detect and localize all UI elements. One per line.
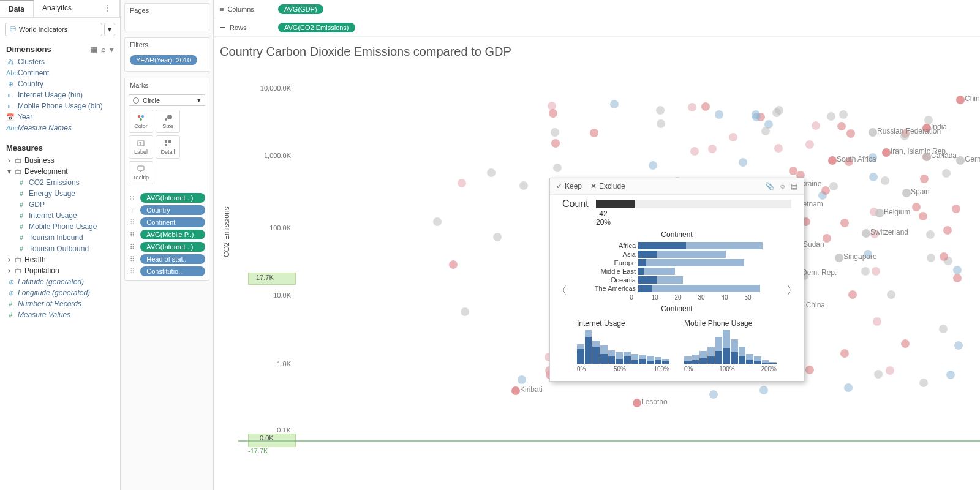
measure-co2-emissions[interactable]: #CO2 Emissions (4, 177, 116, 188)
data-point[interactable] (837, 122, 846, 130)
continent-bar[interactable] (638, 251, 771, 258)
data-point[interactable] (761, 127, 770, 135)
marks-pill[interactable]: AVG(Internet ..) (140, 242, 205, 252)
marks-pill[interactable]: Country (140, 205, 205, 215)
data-point[interactable] (449, 260, 458, 269)
data-point[interactable] (701, 102, 710, 111)
hist-bar[interactable] (699, 351, 707, 364)
data-point[interactable] (821, 186, 830, 195)
hist-bar[interactable] (631, 354, 639, 364)
keep-button[interactable]: ✓Keep (556, 182, 582, 190)
data-point[interactable] (886, 366, 894, 375)
dimension-measure-names[interactable]: AbcMeasure Names (4, 123, 116, 134)
dimension-continent[interactable]: AbcContinent (4, 67, 116, 78)
data-point[interactable] (912, 203, 921, 211)
data-point[interactable] (953, 266, 962, 274)
dimension-mobile-phone-usage-bin-[interactable]: ⫾.Mobile Phone Usage (bin) (4, 100, 116, 111)
continent-bar[interactable] (638, 268, 771, 275)
data-point[interactable] (551, 128, 559, 137)
data-point[interactable] (709, 390, 718, 399)
data-point[interactable] (926, 230, 935, 239)
data-point[interactable] (715, 110, 723, 119)
data-point[interactable] (840, 349, 849, 358)
hist-bar[interactable] (762, 360, 769, 364)
data-point[interactable] (943, 226, 952, 235)
tab-data[interactable]: Data (0, 0, 34, 17)
measure-longitude-generated-[interactable]: ⊕Longitude (generated) (4, 287, 116, 298)
marks-pill[interactable]: Constitutio.. (140, 266, 205, 276)
hist-bar[interactable] (577, 344, 584, 364)
data-point-labeled[interactable] (511, 386, 520, 395)
hist-bar[interactable] (769, 362, 777, 364)
datasource-dropdown[interactable]: ▾ (104, 23, 115, 36)
hist-bar[interactable] (639, 355, 646, 364)
data-point[interactable] (887, 290, 895, 299)
data-point[interactable] (869, 173, 878, 181)
tab-menu-icon[interactable]: ⋮ (104, 4, 111, 12)
measure-mobile-phone-usage[interactable]: #Mobile Phone Usage (4, 221, 116, 232)
marks-label-button[interactable]: TLabel (129, 135, 153, 159)
data-point-labeled[interactable] (922, 153, 931, 161)
marks-pill[interactable]: Head of stat.. (140, 254, 205, 264)
data-point[interactable] (518, 375, 526, 384)
hist-bar[interactable] (723, 330, 730, 364)
measure-gdp[interactable]: #GDP (4, 199, 116, 210)
data-point[interactable] (760, 386, 768, 394)
data-point[interactable] (739, 158, 747, 167)
marks-tooltip-button[interactable]: Tooltip (129, 161, 153, 184)
rows-pill[interactable]: AVG(CO2 Emissions) (278, 23, 355, 32)
tab-analytics[interactable]: Analytics⋮ (34, 0, 120, 17)
hist-bar[interactable] (692, 355, 699, 364)
data-point[interactable] (874, 370, 883, 379)
marks-color-button[interactable]: Color (129, 110, 153, 133)
prev-arrow[interactable]: 〈 (552, 279, 571, 301)
data-point[interactable] (649, 161, 657, 170)
hist-bar[interactable] (684, 356, 692, 364)
data-point[interactable] (551, 139, 560, 148)
data-point[interactable] (942, 169, 951, 178)
section-menu-icon[interactable]: ▾ (110, 45, 114, 54)
marks-pill[interactable]: AVG(Internet ..) (140, 193, 205, 203)
data-point[interactable] (848, 290, 857, 299)
data-point[interactable] (901, 339, 910, 348)
data-point[interactable] (872, 267, 880, 276)
data-point-labeled[interactable] (869, 128, 877, 137)
hist-bar[interactable] (585, 330, 592, 364)
marks-pill[interactable]: AVG(Mobile P..) (140, 230, 205, 239)
data-point-labeled[interactable] (956, 156, 965, 165)
data-point[interactable] (461, 307, 469, 316)
data-point[interactable] (844, 383, 853, 392)
data-point[interactable] (839, 110, 848, 119)
data-point-labeled[interactable] (828, 156, 837, 165)
hist-bar[interactable] (624, 352, 631, 364)
marks-pill[interactable]: Continent (140, 217, 205, 227)
group-icon[interactable]: ⌾ (780, 182, 785, 190)
dimension-country[interactable]: ⊕Country (4, 78, 116, 89)
data-point[interactable] (861, 267, 870, 276)
data-point[interactable] (519, 181, 528, 190)
data-point[interactable] (553, 164, 562, 172)
data-point[interactable] (458, 179, 466, 187)
measure-energy-usage[interactable]: #Energy Usage (4, 188, 116, 199)
measure-latitude-generated-[interactable]: ⊕Latitude (generated) (4, 276, 116, 287)
datasource-select[interactable]: World Indicators (5, 23, 102, 36)
continent-bar[interactable] (638, 259, 771, 266)
data-point-labeled[interactable] (835, 254, 843, 262)
marks-size-button[interactable]: Size (156, 110, 180, 133)
data-point-labeled[interactable] (862, 229, 870, 238)
exclude-button[interactable]: ✕Exclude (590, 182, 625, 190)
data-point[interactable] (919, 379, 928, 387)
hist-bar[interactable] (592, 341, 600, 364)
continent-bar[interactable] (638, 285, 771, 292)
hist-bar[interactable] (739, 347, 746, 364)
data-point[interactable] (881, 176, 889, 185)
hist-bar[interactable] (647, 356, 654, 364)
dimension-clusters[interactable]: ⁂Clusters (4, 56, 116, 67)
data-point[interactable] (789, 167, 797, 175)
measure-internet-usage[interactable]: #Internet Usage (4, 210, 116, 221)
data-point[interactable] (657, 119, 665, 128)
continent-bar[interactable] (638, 242, 771, 249)
continent-bar[interactable] (638, 276, 771, 284)
hist-bar[interactable] (746, 354, 753, 364)
hist-bar[interactable] (707, 347, 715, 364)
